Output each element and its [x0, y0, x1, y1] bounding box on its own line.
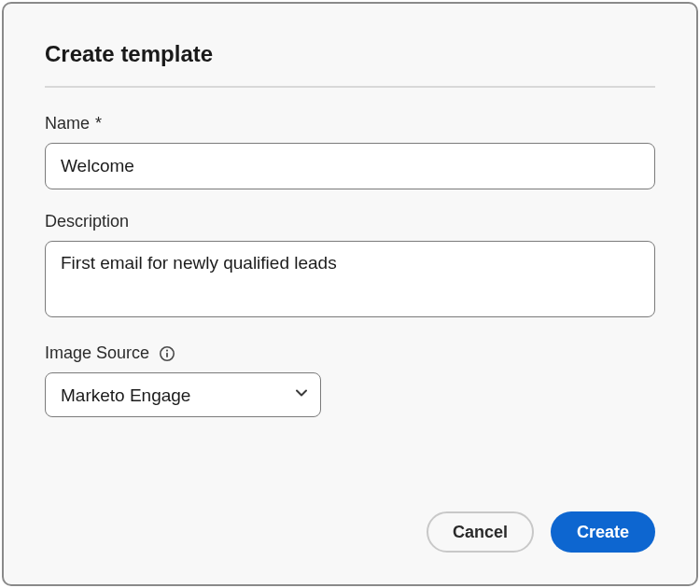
- description-label-text: Description: [45, 212, 129, 231]
- image-source-select-wrapper: Marketo Engage: [45, 372, 321, 417]
- description-label: Description: [45, 212, 655, 231]
- name-label: Name *: [45, 114, 655, 133]
- image-source-label: Image Source: [45, 343, 655, 363]
- create-template-dialog: Create template Name * Description First…: [2, 2, 698, 586]
- name-label-text: Name: [45, 114, 90, 133]
- button-row: Cancel Create: [45, 511, 655, 553]
- create-button[interactable]: Create: [551, 511, 655, 553]
- name-field-group: Name *: [45, 114, 655, 189]
- image-source-field-group: Image Source Marketo Engage: [45, 343, 655, 417]
- info-icon[interactable]: [159, 345, 175, 362]
- svg-rect-2: [166, 352, 168, 357]
- image-source-select[interactable]: Marketo Engage: [45, 372, 321, 417]
- dialog-title: Create template: [45, 41, 655, 67]
- description-field-group: Description First email for newly qualif…: [45, 212, 655, 321]
- cancel-button[interactable]: Cancel: [427, 511, 534, 553]
- image-source-label-text: Image Source: [45, 343, 149, 363]
- required-asterisk: *: [95, 114, 102, 133]
- svg-point-1: [166, 349, 168, 351]
- name-input[interactable]: [45, 143, 655, 189]
- divider: [45, 86, 655, 88]
- description-input[interactable]: First email for newly qualified leads: [45, 241, 655, 317]
